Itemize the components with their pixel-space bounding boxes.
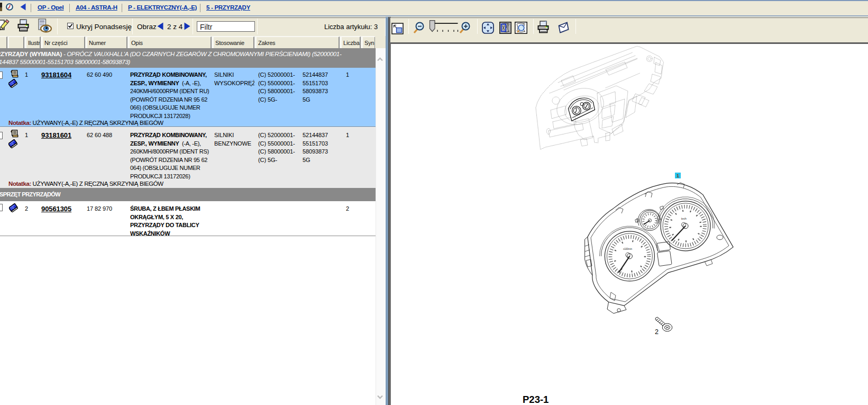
svg-text:km/h: km/h (681, 218, 687, 220)
svg-text:x100min: x100min (623, 248, 633, 250)
